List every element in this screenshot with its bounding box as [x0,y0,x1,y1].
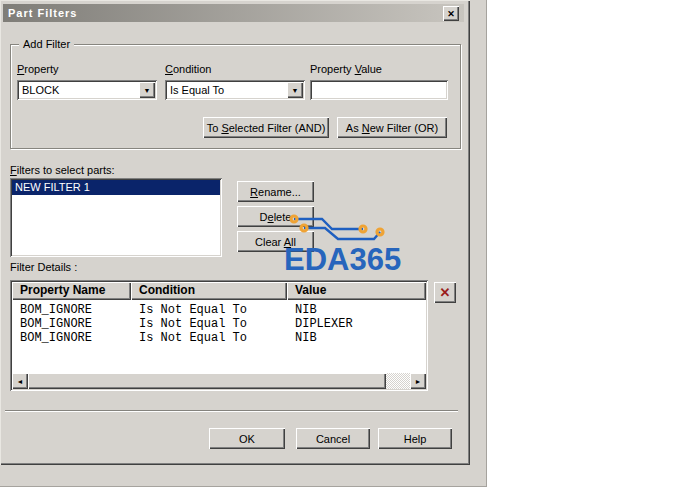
help-button[interactable]: Help [378,428,452,449]
property-label: Property [17,63,59,75]
cell-value: NIB [287,331,426,345]
scroll-right-icon: ► [415,378,422,385]
chevron-down-icon: ▼ [144,87,151,94]
table-header-row: Property Name Condition Value [12,282,426,300]
cell-condition: Is Not Equal To [131,303,287,317]
as-new-filter-or-label: As New Filter (OR) [346,122,438,134]
close-icon: ✕ [447,9,455,19]
column-header-condition[interactable]: Condition [131,282,287,300]
scroll-left-icon: ◄ [17,378,24,385]
table-row[interactable]: BOM_IGNORE Is Not Equal To DIPLEXER [12,317,426,331]
scroll-left-button[interactable]: ◄ [12,373,28,389]
horizontal-scrollbar[interactable]: ◄ ► [12,373,426,389]
chevron-down-icon: ▼ [292,87,299,94]
filter-details-table: Property Name Condition Value BOM_IGNORE… [10,280,428,391]
cell-property-name: BOM_IGNORE [12,331,131,345]
cell-property-name: BOM_IGNORE [12,303,131,317]
property-value-label: Property Value [310,63,382,75]
footer-separator [5,410,458,412]
rename-button[interactable]: Rename... [237,181,314,202]
condition-dropdown-button[interactable]: ▼ [287,82,303,98]
dialog-title: Part Filters [8,7,77,19]
ok-button[interactable]: OK [209,428,285,449]
filters-listbox[interactable]: NEW FILTER 1 [10,178,222,257]
table-row[interactable]: BOM_IGNORE Is Not Equal To NIB [12,303,426,317]
condition-dropdown[interactable]: Is Equal To ▼ [165,80,305,100]
column-header-property-name[interactable]: Property Name [12,282,131,300]
table-row[interactable]: BOM_IGNORE Is Not Equal To NIB [12,331,426,345]
cell-property-name: BOM_IGNORE [12,317,131,331]
cell-condition: Is Not Equal To [131,317,287,331]
cell-condition: Is Not Equal To [131,331,287,345]
scrollbar-thumb[interactable] [28,373,386,389]
condition-dropdown-value: Is Equal To [170,84,224,96]
screen: Part Filters ✕ Add Filter Property Condi… [0,0,683,489]
as-new-filter-or-button[interactable]: As New Filter (OR) [337,117,447,138]
filters-list-label: Filters to select parts: [10,164,115,176]
scroll-right-button[interactable]: ► [410,373,426,389]
cancel-label: Cancel [316,433,350,445]
cell-value: NIB [287,303,426,317]
property-dropdown-value: BLOCK [22,84,59,96]
ok-label: OK [239,433,255,445]
delete-row-icon: ✕ [440,285,451,300]
add-filter-legend: Add Filter [19,38,74,50]
delete-row-button[interactable]: ✕ [434,282,456,303]
column-header-value[interactable]: Value [287,282,426,300]
to-selected-filter-and-label: To Selected Filter (AND) [207,122,326,134]
cancel-button[interactable]: Cancel [296,428,370,449]
scrollbar-track[interactable] [386,373,410,389]
filters-listbox-inner: NEW FILTER 1 [12,180,220,255]
part-filters-dialog: Part Filters ✕ Add Filter Property Condi… [0,0,470,465]
rename-label: Rename... [250,186,301,198]
list-item[interactable]: NEW FILTER 1 [12,180,220,195]
to-selected-filter-and-button[interactable]: To Selected Filter (AND) [203,117,329,138]
condition-label: Condition [165,63,212,75]
help-label: Help [404,433,427,445]
dialog-titlebar[interactable]: Part Filters [3,4,464,22]
filter-details-label: Filter Details : [10,261,77,273]
cell-value: DIPLEXER [287,317,426,331]
property-dropdown-button[interactable]: ▼ [139,82,155,98]
property-value-input[interactable] [310,80,448,100]
eda365-watermark: EDA365 [284,242,401,278]
property-dropdown[interactable]: BLOCK ▼ [17,80,157,100]
pcb-trace-graphic [283,210,393,246]
close-button[interactable]: ✕ [443,6,459,21]
